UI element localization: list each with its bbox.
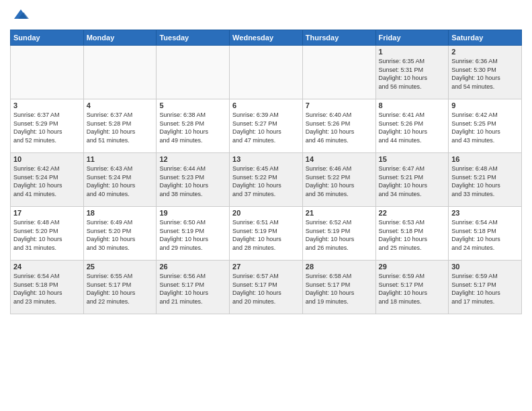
calendar-day-cell: 16Sunrise: 6:48 AM Sunset: 5:21 PM Dayli… [449,153,522,207]
calendar-day-cell: 7Sunrise: 6:40 AM Sunset: 5:26 PM Daylig… [302,99,375,153]
day-number: 1 [379,48,446,56]
day-info: Sunrise: 6:47 AM Sunset: 5:21 PM Dayligh… [379,165,446,198]
calendar-day-cell: 1Sunrise: 6:35 AM Sunset: 5:31 PM Daylig… [375,46,449,99]
calendar-day-cell: 2Sunrise: 6:36 AM Sunset: 5:30 PM Daylig… [449,46,522,99]
calendar-day-cell: 22Sunrise: 6:53 AM Sunset: 5:18 PM Dayli… [375,207,449,261]
day-info: Sunrise: 6:45 AM Sunset: 5:22 PM Dayligh… [232,165,300,198]
day-number: 24 [13,263,81,271]
day-number: 14 [306,155,373,163]
day-info: Sunrise: 6:37 AM Sunset: 5:28 PM Dayligh… [87,111,154,144]
day-info: Sunrise: 6:41 AM Sunset: 5:26 PM Dayligh… [379,111,446,144]
calendar-day-header: Friday [375,30,449,46]
day-number: 3 [13,101,81,109]
day-info: Sunrise: 6:43 AM Sunset: 5:24 PM Dayligh… [87,165,154,198]
calendar-day-cell: 17Sunrise: 6:48 AM Sunset: 5:20 PM Dayli… [11,207,84,261]
calendar-day-cell: 28Sunrise: 6:58 AM Sunset: 5:17 PM Dayli… [302,261,375,314]
calendar-day-cell: 10Sunrise: 6:42 AM Sunset: 5:24 PM Dayli… [11,153,84,207]
day-info: Sunrise: 6:57 AM Sunset: 5:17 PM Dayligh… [232,272,300,306]
calendar-day-cell: 13Sunrise: 6:45 AM Sunset: 5:22 PM Dayli… [230,153,303,207]
day-number: 23 [451,209,519,217]
calendar-day-header: Tuesday [157,30,230,46]
page: SundayMondayTuesdayWednesdayThursdayFrid… [0,0,532,411]
day-info: Sunrise: 6:42 AM Sunset: 5:24 PM Dayligh… [13,165,81,198]
day-number: 20 [232,209,300,217]
day-info: Sunrise: 6:58 AM Sunset: 5:17 PM Dayligh… [306,272,373,306]
calendar-day-cell: 11Sunrise: 6:43 AM Sunset: 5:24 PM Dayli… [83,153,157,207]
calendar-week-row: 3Sunrise: 6:37 AM Sunset: 5:29 PM Daylig… [11,99,522,153]
day-info: Sunrise: 6:49 AM Sunset: 5:20 PM Dayligh… [87,218,154,252]
day-info: Sunrise: 6:48 AM Sunset: 5:20 PM Dayligh… [13,218,81,252]
day-number: 10 [13,155,81,163]
day-number: 25 [87,263,154,271]
day-info: Sunrise: 6:48 AM Sunset: 5:21 PM Dayligh… [451,165,519,198]
day-number: 9 [451,101,519,109]
calendar-day-cell: 23Sunrise: 6:54 AM Sunset: 5:18 PM Dayli… [449,207,522,261]
calendar-day-cell [302,46,375,99]
day-number: 8 [379,101,446,109]
day-number: 22 [379,209,446,217]
calendar-day-cell: 9Sunrise: 6:42 AM Sunset: 5:25 PM Daylig… [449,99,522,153]
calendar-day-cell: 5Sunrise: 6:38 AM Sunset: 5:28 PM Daylig… [157,99,230,153]
day-number: 26 [159,263,226,271]
logo-icon [11,7,30,21]
calendar-day-cell: 8Sunrise: 6:41 AM Sunset: 5:26 PM Daylig… [375,99,449,153]
day-number: 16 [451,155,519,163]
day-number: 6 [232,101,300,109]
calendar-day-header: Saturday [449,30,522,46]
day-number: 13 [232,155,300,163]
day-info: Sunrise: 6:42 AM Sunset: 5:25 PM Dayligh… [451,111,519,144]
calendar-day-cell: 12Sunrise: 6:44 AM Sunset: 5:23 PM Dayli… [157,153,230,207]
day-info: Sunrise: 6:53 AM Sunset: 5:18 PM Dayligh… [379,218,446,252]
day-info: Sunrise: 6:52 AM Sunset: 5:19 PM Dayligh… [306,218,373,252]
day-info: Sunrise: 6:50 AM Sunset: 5:19 PM Dayligh… [159,218,226,252]
day-info: Sunrise: 6:44 AM Sunset: 5:23 PM Dayligh… [159,165,226,198]
day-number: 27 [232,263,300,271]
day-number: 7 [306,101,373,109]
calendar-day-header: Thursday [302,30,375,46]
day-info: Sunrise: 6:55 AM Sunset: 5:17 PM Dayligh… [87,272,154,306]
calendar-day-cell: 15Sunrise: 6:47 AM Sunset: 5:21 PM Dayli… [375,153,449,207]
day-number: 17 [13,209,81,217]
day-info: Sunrise: 6:35 AM Sunset: 5:31 PM Dayligh… [379,57,446,91]
calendar-day-cell: 25Sunrise: 6:55 AM Sunset: 5:17 PM Dayli… [83,261,157,314]
calendar-day-header: Sunday [11,30,84,46]
day-info: Sunrise: 6:59 AM Sunset: 5:17 PM Dayligh… [451,272,519,306]
day-info: Sunrise: 6:40 AM Sunset: 5:26 PM Dayligh… [306,111,373,144]
day-info: Sunrise: 6:59 AM Sunset: 5:17 PM Dayligh… [379,272,446,306]
calendar-week-row: 24Sunrise: 6:54 AM Sunset: 5:18 PM Dayli… [11,261,522,314]
calendar-table: SundayMondayTuesdayWednesdayThursdayFrid… [10,30,522,314]
day-number: 21 [306,209,373,217]
day-info: Sunrise: 6:54 AM Sunset: 5:18 PM Dayligh… [451,218,519,252]
calendar-day-cell [157,46,230,99]
calendar-day-cell: 18Sunrise: 6:49 AM Sunset: 5:20 PM Dayli… [83,207,157,261]
day-number: 4 [87,101,154,109]
calendar-week-row: 17Sunrise: 6:48 AM Sunset: 5:20 PM Dayli… [11,207,522,261]
calendar-header-row: SundayMondayTuesdayWednesdayThursdayFrid… [11,30,522,46]
day-number: 29 [379,263,446,271]
calendar-week-row: 1Sunrise: 6:35 AM Sunset: 5:31 PM Daylig… [11,46,522,99]
calendar-day-cell: 3Sunrise: 6:37 AM Sunset: 5:29 PM Daylig… [11,99,84,153]
day-number: 30 [451,263,519,271]
day-info: Sunrise: 6:56 AM Sunset: 5:17 PM Dayligh… [159,272,226,306]
calendar-day-header: Monday [83,30,157,46]
calendar-day-cell: 27Sunrise: 6:57 AM Sunset: 5:17 PM Dayli… [230,261,303,314]
day-info: Sunrise: 6:51 AM Sunset: 5:19 PM Dayligh… [232,218,300,252]
calendar-week-row: 10Sunrise: 6:42 AM Sunset: 5:24 PM Dayli… [11,153,522,207]
calendar-day-cell: 4Sunrise: 6:37 AM Sunset: 5:28 PM Daylig… [83,99,157,153]
calendar-day-cell: 29Sunrise: 6:59 AM Sunset: 5:17 PM Dayli… [375,261,449,314]
header [10,7,522,24]
day-info: Sunrise: 6:54 AM Sunset: 5:18 PM Dayligh… [13,272,81,306]
calendar-day-cell: 6Sunrise: 6:39 AM Sunset: 5:27 PM Daylig… [230,99,303,153]
logo [10,7,30,24]
day-info: Sunrise: 6:46 AM Sunset: 5:22 PM Dayligh… [306,165,373,198]
calendar-day-cell: 20Sunrise: 6:51 AM Sunset: 5:19 PM Dayli… [230,207,303,261]
calendar-day-cell: 26Sunrise: 6:56 AM Sunset: 5:17 PM Dayli… [157,261,230,314]
calendar-day-cell [11,46,84,99]
calendar-day-cell: 30Sunrise: 6:59 AM Sunset: 5:17 PM Dayli… [449,261,522,314]
calendar-day-cell: 19Sunrise: 6:50 AM Sunset: 5:19 PM Dayli… [157,207,230,261]
calendar-day-cell: 24Sunrise: 6:54 AM Sunset: 5:18 PM Dayli… [11,261,84,314]
day-number: 18 [87,209,154,217]
day-number: 5 [159,101,226,109]
day-number: 15 [379,155,446,163]
calendar-day-cell [230,46,303,99]
